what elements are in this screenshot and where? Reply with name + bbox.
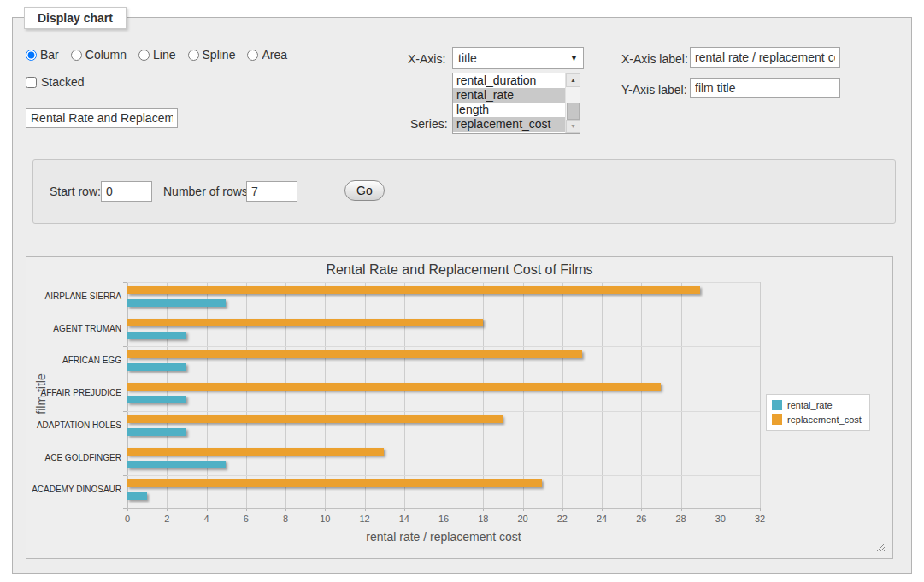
- start-row-input[interactable]: [101, 181, 152, 202]
- bar-rental_rate: [127, 428, 186, 436]
- gridline-x-0: [127, 282, 128, 508]
- y-tick-mark: [123, 379, 127, 379]
- gridline-x-8: [285, 282, 286, 508]
- bar-rental_rate: [127, 299, 226, 307]
- bar-rental_rate: [127, 363, 186, 371]
- stacked-checkbox[interactable]: [26, 77, 37, 88]
- gridline-x-30: [721, 282, 721, 508]
- x-tick-label: 4: [194, 514, 220, 524]
- chart-title-input[interactable]: [26, 108, 178, 128]
- gridline-y: [127, 282, 760, 283]
- radio-area-label: Area: [262, 48, 287, 62]
- x-axis-select[interactable]: title ▼: [452, 47, 584, 69]
- radio-spline[interactable]: [188, 50, 199, 61]
- radio-spline-label: Spline: [203, 48, 236, 62]
- legend-label: rental_rate: [787, 400, 833, 410]
- gridline-x-20: [523, 282, 524, 508]
- gridline-x-26: [641, 282, 642, 508]
- chart-container: Rental Rate and Replacement Cost of Film…: [26, 256, 893, 559]
- gridline-x-2: [167, 282, 168, 508]
- radio-line-label: Line: [153, 48, 175, 62]
- x-tick-label: 18: [470, 514, 496, 524]
- x-tick-label: 2: [154, 514, 180, 524]
- category-label: AGENT TRUMAN: [26, 324, 121, 334]
- stacked-checkbox-row: Stacked: [26, 75, 85, 89]
- gridline-x-6: [246, 282, 247, 508]
- x-tick-mark: [760, 508, 761, 511]
- x-axis-label-label: X-Axis label:: [621, 52, 688, 66]
- legend-item-replacement_cost[interactable]: replacement_cost: [772, 414, 862, 425]
- num-rows-label: Number of rows:: [163, 185, 251, 198]
- listbox-scrollbar[interactable]: ▲ ▼: [565, 73, 580, 133]
- x-tick-label: 20: [510, 514, 536, 524]
- category-label: ADAPTATION HOLES: [26, 420, 121, 431]
- scrollbar-up-icon[interactable]: ▲: [566, 73, 580, 87]
- x-tick-label: 16: [431, 514, 456, 524]
- radio-bar[interactable]: [26, 50, 37, 61]
- gridline-y: [127, 346, 760, 347]
- fieldset-legend: Display chart: [24, 7, 127, 29]
- gridline-x-22: [562, 282, 563, 508]
- radio-bar-label: Bar: [40, 48, 59, 62]
- x-axis-select-label: X-Axis:: [408, 52, 445, 66]
- series-options: rental_duration rental_rate length repla…: [453, 73, 565, 133]
- series-option-length[interactable]: length: [453, 103, 565, 117]
- category-label: AIRPLANE SIERRA: [26, 291, 121, 302]
- gridline-y: [127, 315, 760, 315]
- category-label: ACE GOLDFINGER: [26, 453, 121, 463]
- legend-swatch-icon: [772, 400, 782, 410]
- bar-replacement_cost: [127, 479, 542, 487]
- x-axis-title: rental rate / replacement cost: [127, 530, 760, 544]
- radio-line[interactable]: [138, 50, 150, 61]
- series-listbox: rental_duration rental_rate length repla…: [452, 73, 580, 134]
- gridline-x-18: [483, 282, 484, 508]
- legend-label: replacement_cost: [787, 414, 862, 425]
- radio-area[interactable]: [247, 50, 258, 61]
- gridline-x-12: [365, 282, 366, 508]
- go-button[interactable]: Go: [344, 180, 385, 201]
- bar-replacement_cost: [127, 286, 700, 294]
- start-row-label: Start row:: [50, 185, 101, 198]
- resize-handle-icon[interactable]: [875, 542, 885, 551]
- series-option-replacement-cost[interactable]: replacement_cost: [453, 117, 565, 132]
- y-axis-label-label: Y-Axis label:: [621, 83, 687, 97]
- page: Display chart Bar Column Line Spline Are…: [0, 0, 924, 582]
- gridline-x-4: [207, 282, 208, 508]
- x-axis-selected-value: title: [458, 51, 570, 65]
- x-tick-label: 8: [273, 514, 298, 524]
- y-tick-mark: [123, 411, 127, 412]
- gridline-x-28: [681, 282, 682, 508]
- x-tick-label: 24: [589, 514, 615, 524]
- bar-replacement_cost: [127, 319, 483, 326]
- chart-type-radio-group: Bar Column Line Spline Area: [26, 48, 296, 62]
- series-option-rental-duration[interactable]: rental_duration: [453, 73, 565, 88]
- scrollbar-down-icon[interactable]: ▼: [566, 120, 580, 133]
- x-axis-label-input[interactable]: [690, 47, 840, 68]
- gridline-x-16: [444, 282, 444, 508]
- scrollbar-thumb[interactable]: [567, 103, 580, 120]
- x-tick-label: 30: [708, 514, 733, 524]
- y-axis-label-input[interactable]: [690, 78, 840, 98]
- gridline-y: [127, 444, 760, 444]
- num-rows-input[interactable]: [246, 181, 297, 202]
- radio-column[interactable]: [71, 50, 82, 61]
- x-tick-label: 6: [233, 514, 259, 524]
- gridline-y: [127, 411, 760, 412]
- bar-rental_rate: [127, 492, 147, 500]
- bar-replacement_cost: [127, 448, 384, 456]
- x-axis-line: [127, 508, 760, 509]
- bar-rental_rate: [127, 461, 226, 468]
- y-tick-mark: [123, 282, 127, 283]
- gridline-x-14: [404, 282, 405, 508]
- chart-legend: rental_ratereplacement_cost: [766, 394, 870, 431]
- gridline-x-32: [760, 282, 761, 508]
- legend-item-rental_rate[interactable]: rental_rate: [772, 400, 862, 410]
- series-option-rental-rate[interactable]: rental_rate: [453, 88, 565, 103]
- y-tick-mark: [123, 315, 127, 315]
- x-tick-label: 12: [352, 514, 378, 524]
- y-tick-mark: [123, 475, 127, 476]
- x-tick-label: 14: [391, 514, 417, 524]
- gridline-x-24: [602, 282, 603, 508]
- y-tick-mark: [123, 444, 127, 444]
- y-tick-mark: [123, 346, 127, 347]
